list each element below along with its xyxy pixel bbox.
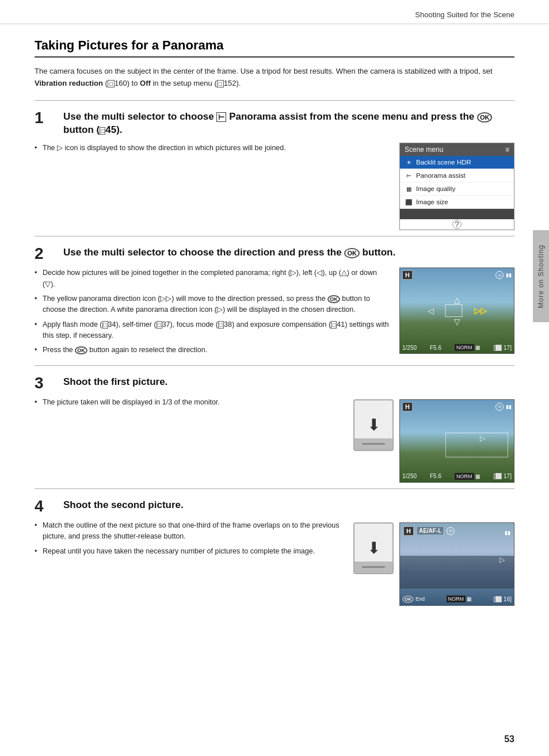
cam-exposure-2: 1/250: [402, 345, 417, 351]
shutter-base-3: [354, 438, 392, 450]
step-4-images: ⬇ H AE/AF-L ⊙: [353, 522, 514, 606]
step-4: 4 Shoot the second picture. Match the ou…: [35, 488, 514, 612]
cam-q-4: ▦: [467, 596, 472, 602]
cam-bottom-bar-4: OK End NORM ▦ [⬜ 16]: [402, 595, 512, 603]
shutter-icon-4: ⬇: [353, 522, 394, 574]
cam-aperture-2: F5.6: [430, 345, 441, 351]
step-2-bullet-2: The yellow panorama direction icon (▷▷) …: [35, 293, 390, 316]
camera-view-4: H AE/AF-L ⊙ ▮▮ ▷: [399, 522, 514, 606]
step-2-header: 2 Use the multi selector to choose the d…: [35, 246, 514, 262]
cam-top-bar-2: H ⊙ ▮▮: [402, 270, 512, 280]
step-3-header: 3 Shoot the first picture.: [35, 375, 514, 391]
scene-menu-item-3-label: Image quality: [416, 185, 455, 192]
cam-circle-2: ⊙: [495, 271, 504, 279]
intro-bold: Vibration reduction: [35, 79, 103, 87]
cam-bracket-3: [445, 433, 508, 457]
shutter-base-line-4: [362, 566, 385, 568]
cam-quality-3: NORM ▦: [455, 473, 481, 480]
scene-menu-title: Scene menu: [405, 146, 443, 154]
step-3-title: Shoot the first picture.: [63, 375, 514, 389]
step-1-bullet-1: The ▷ icon is displayed to show the dire…: [35, 143, 390, 154]
cam-left-arrow: ◁: [428, 306, 434, 315]
cam-scene-4-bg: H AE/AF-L ⊙ ▮▮ ▷: [400, 523, 514, 605]
step-4-header: 4 Shoot the second picture.: [35, 498, 514, 514]
cam-count-2: [⬜ 17]: [494, 345, 512, 351]
cam-top-right-4: ▮▮: [505, 530, 510, 536]
step-1-text: The ▷ icon is displayed to show the dire…: [35, 143, 390, 157]
cam-ok-4: OK: [402, 595, 414, 603]
step-1-header: 1 Use the multi selector to choose ⊢ Pan…: [35, 110, 514, 138]
camera-view-3: H ⊙ ▮▮ ▷ 1/250 F5.6: [399, 399, 514, 483]
cam-bracket: [445, 304, 463, 317]
cam-top-right-2: ⊙ ▮▮: [495, 271, 512, 279]
cam-bottom-bar-2: 1/250 F5.6 NORM ▦ [⬜ 17]: [402, 344, 512, 351]
step-4-title: Shoot the second picture.: [63, 498, 514, 512]
step-4-bullet-1: Match the outline of the next picture so…: [35, 520, 344, 543]
scene-menu-item-4-label: Image size: [416, 198, 448, 205]
scene-menu-icon: ≡: [505, 146, 509, 154]
cam-norm-2: NORM: [455, 344, 474, 351]
scene-menu-box: Scene menu ≡ ☀ Backlit scene HDR ⊢ Panor…: [399, 143, 514, 230]
cam-right-3: ▷: [480, 434, 485, 442]
intro-text-3: 160) to Off in the setup menu (: [115, 79, 217, 87]
step-2: 2 Use the multi selector to choose the d…: [35, 236, 514, 365]
step-3-bullet-1: The picture taken will be displayed in 1…: [35, 397, 344, 408]
cam-H-icon-4: H: [403, 526, 414, 536]
intro-icon1: □: [108, 80, 115, 87]
step-2-camera: H ⊙ ▮▮ △ ◁: [399, 268, 514, 354]
cam-circle-4: ⊙: [447, 527, 455, 535]
panorama-icon: ⊢: [405, 171, 413, 180]
cam-ok-end-4: OK End: [402, 595, 425, 603]
main-content: Taking Pictures for a Panorama The camer…: [0, 24, 549, 635]
cam-exposure-3: 1/250: [402, 473, 417, 479]
cam-q-3: ▦: [475, 474, 481, 479]
step-1-title: Use the multi selector to choose ⊢ Panor…: [63, 110, 514, 138]
cam-battery-4: ▮▮: [505, 530, 510, 536]
header-title: Shooting Suited for the Scene: [415, 10, 514, 19]
scene-menu-item-2-label: Panorama assist: [416, 172, 466, 179]
shutter-arrow-4: ⬇: [367, 540, 380, 556]
cam-right-arrows: ▷▷: [474, 306, 487, 315]
help-icon: ?: [452, 220, 462, 229]
shutter-base-4: [354, 562, 392, 573]
scene-menu-item-1: ☀ Backlit scene HDR: [400, 156, 514, 169]
cam-down-arrow: ▽: [454, 317, 460, 326]
cam-right-4: ▷: [500, 556, 505, 564]
aeal-bar-4: H AE/AF-L ⊙: [403, 526, 510, 536]
cam-lr-arrows: ◁ ▷▷: [428, 304, 487, 317]
step-2-bullet-1: Decide how pictures will be joined toget…: [35, 268, 390, 290]
step-2-bullet-4: Press the OK button again to reselect th…: [35, 345, 390, 356]
cam-top-bar-3: H ⊙ ▮▮: [402, 402, 512, 411]
cam-count-3: [⬜ 17]: [494, 473, 512, 479]
intro-icon2: □: [217, 80, 224, 87]
shutter-icon-3: ⬇: [353, 399, 394, 451]
step-2-body: Decide how pictures will be joined toget…: [35, 268, 514, 360]
shutter-base-line-3: [362, 443, 385, 445]
intro-text-4: 152).: [224, 79, 241, 87]
cam-end-label-4: End: [415, 596, 425, 602]
intro-paragraph: The camera focuses on the subject in the…: [35, 66, 514, 90]
cam-scene-3-bg: H ⊙ ▮▮ ▷ 1/250 F5.6: [400, 400, 514, 482]
header: Shooting Suited for the Scene: [0, 0, 549, 24]
cam-norm-4: NORM: [447, 595, 466, 602]
step-1-body: The ▷ icon is displayed to show the dire…: [35, 143, 514, 230]
cam-city-silhouette: [400, 556, 514, 589]
cam-H-icon-2: H: [402, 270, 413, 280]
cam-top-right-3: ⊙ ▮▮: [495, 403, 512, 411]
cam-quality-2: NORM ▦: [455, 344, 481, 351]
step-4-body: Match the outline of the next picture so…: [35, 520, 514, 606]
step-4-number: 4: [35, 498, 58, 514]
shutter-arrow-3: ⬇: [367, 417, 380, 433]
cam-scene-2-bg: H ⊙ ▮▮ △ ◁: [400, 268, 514, 353]
step-3: 3 Shoot the first picture. The picture t…: [35, 365, 514, 488]
step-3-number: 3: [35, 375, 58, 391]
cam-battery-3: ▮▮: [506, 404, 512, 410]
intro-text-2: (: [103, 79, 108, 87]
page: Shooting Suited for the Scene More on Sh…: [0, 0, 549, 756]
cam-quality-4: NORM ▦: [447, 595, 472, 602]
step-3-body: The picture taken will be displayed in 1…: [35, 397, 514, 483]
size-icon: ⬛: [405, 198, 413, 206]
step-3-text: The picture taken will be displayed in 1…: [35, 397, 344, 411]
step-4-bullet-2: Repeat until you have taken the necessar…: [35, 546, 344, 557]
scene-menu-item-1-label: Backlit scene HDR: [416, 159, 471, 166]
